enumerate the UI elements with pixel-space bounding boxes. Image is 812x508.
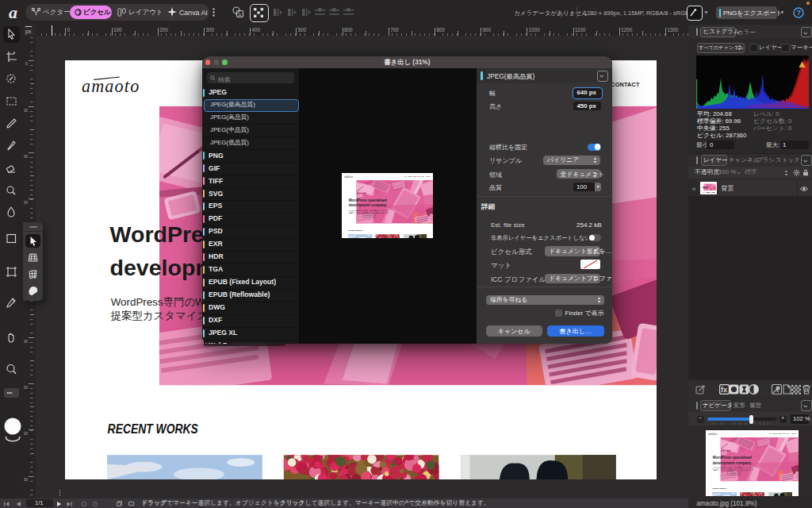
svg-text:A: A: [239, 13, 242, 17]
svg-text:a: a: [9, 4, 17, 21]
svg-text:?: ?: [797, 9, 802, 17]
svg-text:fx: fx: [721, 386, 727, 394]
